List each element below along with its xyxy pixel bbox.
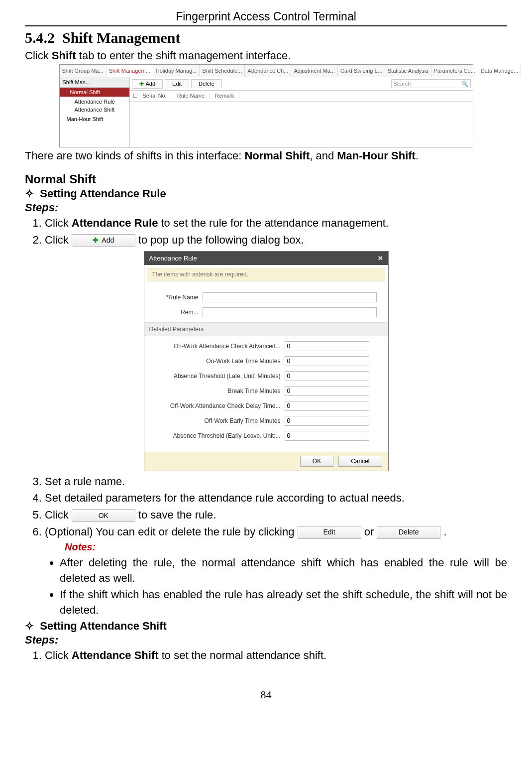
param-input-6[interactable] (285, 431, 369, 441)
rule-name-label: *Rule Name (151, 294, 203, 301)
after-shot-text: There are two kinds of shifts in this in… (25, 149, 507, 162)
step-3: Set a rule name. (45, 474, 507, 490)
tab-data-manage[interactable]: Data Manage... (478, 65, 521, 77)
inline-add-label: Add (102, 236, 114, 246)
param-label-5: Off-Work Early Time Minutes (151, 417, 285, 424)
step-4: Set detailed parameters for the attendan… (45, 491, 507, 506)
remark-input[interactable] (203, 307, 377, 317)
tab-holiday[interactable]: Holiday Manag... (153, 65, 200, 77)
dialog-info-banner: The items with asterisk are required. (147, 268, 385, 281)
search-icon: 🔍 (461, 81, 468, 87)
search-input[interactable]: Search🔍 (391, 79, 471, 88)
tab-shift-management[interactable]: Shift Managem... (106, 65, 153, 77)
step-2-suffix: to pop up the following dialog box. (138, 234, 304, 246)
param-input-0[interactable] (285, 341, 369, 351)
param-row-2: Absence Threshold (Late, Unit: Minutes) (151, 371, 381, 381)
intro-prefix: Click (25, 49, 52, 62)
add-button[interactable]: ✚Add (132, 79, 163, 89)
left-panel: Shift Man... ▫ Normal Shift Attendance R… (60, 77, 130, 147)
tab-adjustment[interactable]: Adjustment Ma... (291, 65, 338, 77)
right-panel: ✚Add Edit Delete Search🔍 ☐ Serial No. Ru… (130, 77, 473, 147)
dialog-ok-button[interactable]: OK (300, 456, 333, 467)
normal-shift-heading: Normal Shift (25, 172, 507, 186)
step-1-suffix: to set the rule for the attendance manag… (158, 217, 389, 229)
plus-icon: ✚ (93, 236, 99, 246)
steps-label: Steps: (25, 201, 507, 214)
step2-1-bold: Attendance Shift (72, 649, 159, 661)
intro-suffix: tab to enter the shift management interf… (76, 49, 291, 62)
inline-delete-button[interactable]: Delete (377, 526, 440, 539)
inline-edit-button[interactable]: Edit (298, 526, 361, 539)
tree-normal-shift[interactable]: ▫ Normal Shift (60, 88, 129, 97)
tree-man-hour-shift[interactable]: Man-Hour Shift (60, 115, 129, 124)
setting-rule-heading: ✧ Setting Attendance Rule (25, 187, 507, 200)
tab-attendance-check[interactable]: Attendance Ch... (245, 65, 291, 77)
param-row-5: Off-Work Early Time Minutes (151, 416, 381, 426)
toolbar: ✚Add Edit Delete Search🔍 (130, 77, 473, 91)
param-input-2[interactable] (285, 371, 369, 381)
remark-label: Rem... (151, 309, 203, 316)
step-5-suffix: to save the rule. (138, 509, 216, 521)
step-2-prefix: Click (45, 234, 72, 246)
column-headers: ☐ Serial No. Rule Name Remark (130, 91, 473, 102)
tab-shift-schedule[interactable]: Shift Schedule... (200, 65, 245, 77)
notes-label: Notes: (65, 540, 507, 554)
tree-attendance-shift[interactable]: Attendance Shift (60, 107, 129, 113)
tab-card-swiping[interactable]: Card Swiping L... (338, 65, 385, 77)
close-icon[interactable]: ✕ (378, 255, 383, 262)
param-label-4: Off-Work Attendance Check Delay Time... (151, 402, 285, 409)
after-shot-prefix: There are two kinds of shifts in this in… (25, 149, 244, 162)
detailed-params-header: Detailed Parameters (144, 322, 388, 336)
step-1: Click Attendance Rule to set the rule fo… (45, 216, 507, 231)
param-input-1[interactable] (285, 356, 369, 366)
col-remark: Remark (215, 93, 240, 99)
step-5: Click OK to save the rule. (45, 508, 507, 523)
page-number: 84 (25, 688, 507, 701)
step-6-prefix: (Optional) You can edit or delete the ru… (45, 525, 298, 538)
rule-name-input[interactable] (203, 292, 377, 302)
param-row-1: On-Work Late Time Minutes (151, 356, 381, 366)
after-shot-b1: Normal Shift (244, 149, 310, 162)
step-6-suffix: . (443, 525, 446, 538)
step2-1: Click Attendance Shift to set the normal… (45, 648, 507, 663)
add-button-label: Add (146, 81, 156, 87)
search-placeholder: Search (394, 81, 411, 87)
param-input-5[interactable] (285, 416, 369, 426)
param-label-3: Break Time Minutes (151, 388, 285, 394)
tab-parameters[interactable]: Parameters Co... (431, 65, 478, 77)
inline-ok-button[interactable]: OK (72, 509, 135, 522)
step-5-prefix: Click (45, 509, 72, 521)
tab-statistic[interactable]: Statistic Analysis (385, 65, 431, 77)
param-input-3[interactable] (285, 386, 369, 396)
dialog-body: *Rule Name Rem... Detailed Parameters On… (144, 284, 388, 447)
note-2: If the shift which has enabled the rule … (60, 587, 507, 618)
param-label-1: On-Work Late Time Minutes (151, 358, 285, 365)
steps-list-1b: Set a rule name. Set detailed parameters… (25, 474, 507, 618)
dialog-cancel-button[interactable]: Cancel (338, 456, 382, 467)
delete-button[interactable]: Delete (191, 79, 222, 88)
param-row-3: Break Time Minutes (151, 386, 381, 396)
edit-button[interactable]: Edit (165, 79, 189, 88)
param-row-6: Absence Threshold (Early-Leave, Unit:... (151, 431, 381, 441)
inline-add-button[interactable]: ✚Add (72, 234, 135, 247)
dialog-title-text: Attendance Rule (149, 255, 197, 262)
left-panel-header: Shift Man... (60, 77, 129, 88)
tab-shift-group[interactable]: Shift Group Ma... (60, 65, 106, 77)
step-6: (Optional) You can edit or delete the ru… (45, 524, 507, 618)
section-heading: 5.4.2 Shift Management (25, 29, 507, 46)
param-label-6: Absence Threshold (Early-Leave, Unit:... (151, 432, 285, 439)
shift-management-screenshot: Shift Group Ma... Shift Managem... Holid… (59, 64, 473, 147)
step2-1-suffix: to set the normal attendance shift. (159, 649, 327, 661)
param-row-4: Off-Work Attendance Check Delay Time... (151, 401, 381, 411)
remark-row: Rem... (151, 307, 381, 317)
tree-normal-shift-label: Normal Shift (70, 89, 100, 95)
step-2: Click ✚Add to pop up the following dialo… (45, 233, 507, 248)
setting-rule-heading-text: Setting Attendance Rule (40, 187, 166, 200)
page-header: Fingerprint Access Control Terminal (25, 10, 507, 26)
col-serial: Serial No. (143, 93, 172, 99)
tree-attendance-rule[interactable]: Attendance Rule (60, 99, 129, 105)
step2-1-prefix: Click (45, 649, 72, 661)
dialog-footer: OK Cancel (144, 452, 388, 471)
attendance-rule-dialog: Attendance Rule ✕ The items with asteris… (144, 251, 389, 471)
param-input-4[interactable] (285, 401, 369, 411)
